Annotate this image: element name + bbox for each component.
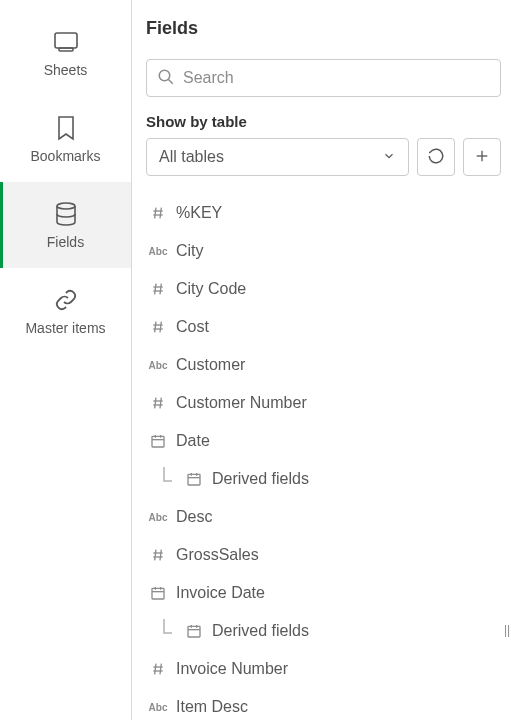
field-row[interactable]: Invoice Date — [146, 574, 497, 612]
panel-title: Fields — [146, 18, 501, 39]
bookmark-icon — [56, 114, 76, 142]
add-button[interactable] — [463, 138, 501, 176]
field-row[interactable]: GrossSales — [146, 536, 497, 574]
text-type-icon: Abc — [146, 512, 170, 523]
search-input[interactable] — [183, 69, 490, 87]
tree-elbow-icon — [160, 467, 180, 491]
table-selector-value: All tables — [159, 148, 224, 166]
plus-icon — [474, 148, 490, 167]
date-type-icon — [146, 585, 170, 601]
tree-elbow-icon — [160, 619, 180, 643]
svg-rect-35 — [152, 588, 164, 599]
svg-line-17 — [155, 322, 156, 333]
text-type-icon: Abc — [146, 702, 170, 713]
svg-line-4 — [168, 79, 173, 84]
field-label: Invoice Date — [176, 584, 265, 602]
field-row[interactable]: Derived fields — [146, 612, 497, 650]
field-label: Customer Number — [176, 394, 307, 412]
svg-line-9 — [155, 208, 156, 219]
numeric-type-icon — [146, 281, 170, 297]
sidebar-item-label: Bookmarks — [30, 148, 100, 164]
field-label: %KEY — [176, 204, 222, 222]
show-by-table-label: Show by table — [146, 113, 501, 130]
sidebar-item-label: Master items — [25, 320, 105, 336]
svg-point-3 — [159, 70, 170, 81]
field-label: GrossSales — [176, 546, 259, 564]
svg-rect-1 — [59, 48, 73, 51]
derived-type-icon — [182, 623, 206, 639]
numeric-type-icon — [146, 205, 170, 221]
field-row[interactable]: AbcCustomer — [146, 346, 497, 384]
svg-line-33 — [155, 550, 156, 561]
numeric-type-icon — [146, 661, 170, 677]
field-row[interactable]: Derived fields — [146, 460, 497, 498]
svg-rect-27 — [188, 474, 200, 485]
field-row[interactable]: Invoice Number — [146, 650, 497, 688]
sidebar-item-fields[interactable]: Fields — [0, 182, 131, 268]
field-row[interactable]: Customer Number — [146, 384, 497, 422]
svg-line-13 — [155, 284, 156, 295]
search-icon — [157, 68, 175, 89]
resize-handle[interactable]: || — [503, 610, 511, 650]
field-label: Customer — [176, 356, 245, 374]
numeric-type-icon — [146, 395, 170, 411]
svg-rect-23 — [152, 436, 164, 447]
sidebar: SheetsBookmarksFieldsMaster items — [0, 0, 132, 720]
sidebar-item-master-items[interactable]: Master items — [0, 268, 131, 354]
sidebar-item-label: Sheets — [44, 62, 88, 78]
numeric-type-icon — [146, 547, 170, 563]
svg-line-18 — [160, 322, 161, 333]
text-type-icon: Abc — [146, 360, 170, 371]
field-label: Cost — [176, 318, 209, 336]
sheets-icon — [53, 28, 79, 56]
field-row[interactable]: City Code — [146, 270, 497, 308]
svg-line-10 — [160, 208, 161, 219]
svg-line-46 — [160, 664, 161, 675]
svg-line-45 — [155, 664, 156, 675]
fields-panel: Fields Show by table All tables %KEYAbcC… — [132, 0, 511, 720]
sidebar-item-sheets[interactable]: Sheets — [0, 10, 131, 96]
field-label: Invoice Number — [176, 660, 288, 678]
svg-point-2 — [57, 203, 75, 209]
fields-list[interactable]: %KEYAbcCityCity CodeCostAbcCustomerCusto… — [146, 194, 501, 720]
field-label: Derived fields — [212, 622, 309, 640]
svg-line-14 — [160, 284, 161, 295]
numeric-type-icon — [146, 319, 170, 335]
field-row[interactable]: Date — [146, 422, 497, 460]
field-label: Derived fields — [212, 470, 309, 488]
field-label: City — [176, 242, 204, 260]
svg-line-22 — [160, 398, 161, 409]
refresh-button[interactable] — [417, 138, 455, 176]
controls-row: All tables — [146, 138, 501, 176]
field-row[interactable]: AbcItem Desc — [146, 688, 497, 720]
field-label: Date — [176, 432, 210, 450]
chevron-down-icon — [382, 149, 396, 166]
text-type-icon: Abc — [146, 246, 170, 257]
field-row[interactable]: Cost — [146, 308, 497, 346]
field-label: Item Desc — [176, 698, 248, 716]
derived-type-icon — [182, 471, 206, 487]
database-icon — [53, 200, 79, 228]
field-row[interactable]: AbcDesc — [146, 498, 497, 536]
svg-line-21 — [155, 398, 156, 409]
field-label: Desc — [176, 508, 212, 526]
search-field[interactable] — [146, 59, 501, 97]
link-icon — [54, 286, 78, 314]
refresh-icon — [427, 147, 445, 168]
table-selector[interactable]: All tables — [146, 138, 409, 176]
field-label: City Code — [176, 280, 246, 298]
field-row[interactable]: %KEY — [146, 194, 497, 232]
field-row[interactable]: AbcCity — [146, 232, 497, 270]
svg-rect-0 — [55, 33, 77, 48]
date-type-icon — [146, 433, 170, 449]
svg-line-34 — [160, 550, 161, 561]
svg-rect-39 — [188, 626, 200, 637]
sidebar-item-label: Fields — [47, 234, 84, 250]
sidebar-item-bookmarks[interactable]: Bookmarks — [0, 96, 131, 182]
